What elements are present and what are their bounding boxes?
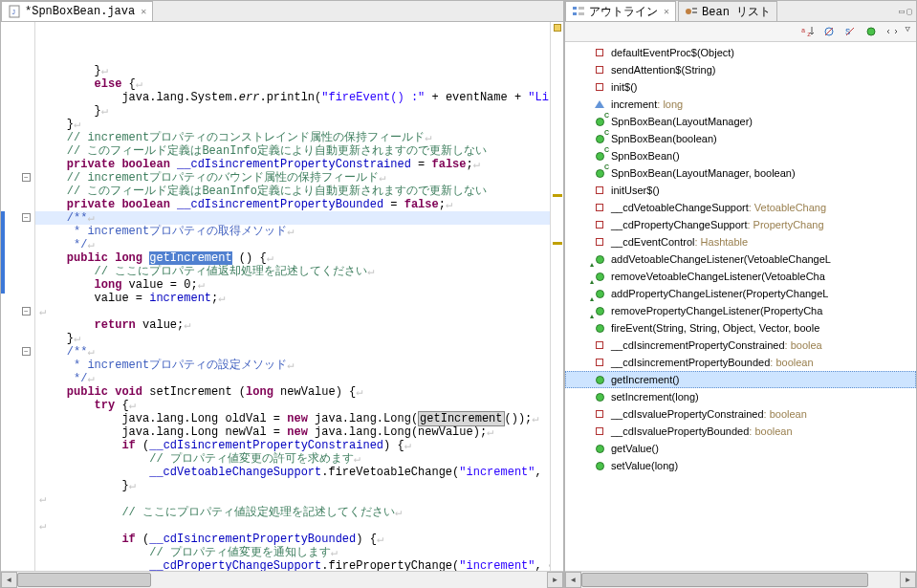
outline-tree[interactable]: defaultEventProc$(Object)sendAttention$(… <box>565 42 916 571</box>
svg-text:J: J <box>11 9 15 16</box>
outline-tab[interactable]: アウトライン ✕ <box>565 1 676 21</box>
hide-static-button[interactable]: S <box>842 24 858 39</box>
view-menu-icon[interactable]: ▽ <box>906 24 910 39</box>
outline-item-label: getValue() <box>611 443 659 454</box>
outline-item-label: SpnBoxBean(boolean) <box>611 133 717 144</box>
scroll-track[interactable] <box>17 572 547 588</box>
outline-item[interactable]: __cdIsvaluePropertyConstrained : boolean <box>565 405 916 423</box>
sort-button[interactable]: az <box>800 24 816 39</box>
outline-item-type: : PropertyChang <box>747 219 823 230</box>
outline-item[interactable]: __cdEventControl : Hashtable <box>565 233 916 250</box>
outline-tab-bar: アウトライン ✕ Bean リスト ▭ ▢ <box>565 1 916 22</box>
outline-item[interactable]: getValue() <box>565 440 916 457</box>
scroll-left-button[interactable]: ◄ <box>565 572 581 588</box>
outline-item[interactable]: __cdPropertyChangeSupport : PropertyChan… <box>565 216 916 233</box>
fold-toggle[interactable]: − <box>22 347 31 356</box>
outline-icon <box>572 5 585 18</box>
member-icon <box>592 355 607 370</box>
editor-hscrollbar[interactable]: ◄ ► <box>1 571 563 587</box>
scroll-track[interactable] <box>581 572 900 588</box>
outline-item[interactable]: __cdVetoableChangeSupport : VetoableChan… <box>565 199 916 216</box>
member-icon: C <box>592 165 607 181</box>
editor-gutter[interactable]: − − − − <box>1 22 35 571</box>
svg-rect-7 <box>692 8 697 10</box>
member-icon <box>592 458 607 473</box>
outline-item[interactable]: sendAttention$(String) <box>565 61 916 78</box>
outline-item[interactable]: CSpnBoxBean(boolean) <box>565 130 916 147</box>
outline-item[interactable]: ▴addVetoableChangeListener(VetoableChang… <box>565 250 916 268</box>
member-icon: C <box>592 114 607 129</box>
outline-item-label: __cdIsincrementPropertyConstrained <box>611 339 785 351</box>
outline-item[interactable]: __cdIsincrementPropertyBounded : boolean <box>565 354 916 371</box>
outline-item-label: initUser$() <box>611 185 660 196</box>
member-icon: ▴ <box>592 303 607 318</box>
member-icon <box>592 97 607 112</box>
outline-item[interactable]: defaultEventProc$(Object) <box>565 44 916 61</box>
scroll-thumb[interactable] <box>581 573 868 587</box>
member-icon: ▴ <box>592 269 607 284</box>
member-icon <box>592 234 607 250</box>
scroll-thumb[interactable] <box>17 573 151 587</box>
svg-point-15 <box>867 28 875 35</box>
fold-toggle[interactable]: − <box>22 213 31 222</box>
member-icon: C <box>592 131 607 146</box>
outline-item[interactable]: getIncrement() <box>565 371 916 388</box>
close-icon[interactable]: ✕ <box>141 6 146 17</box>
fold-toggle[interactable]: − <box>22 307 31 316</box>
outline-item-label: __cdIsvaluePropertyConstrained <box>611 408 764 420</box>
outline-item[interactable]: ▴removePropertyChangeListener(PropertyCh… <box>565 302 916 319</box>
member-icon: ▴ <box>592 286 607 301</box>
svg-text:a: a <box>801 27 805 34</box>
outline-item-type: : boolean <box>770 357 813 368</box>
scroll-left-button[interactable]: ◄ <box>1 572 17 588</box>
outline-item[interactable]: __cdIsvaluePropertyBounded : boolean <box>565 423 916 440</box>
outline-item[interactable]: initUser$() <box>565 182 916 199</box>
svg-rect-4 <box>579 7 584 10</box>
svg-rect-3 <box>573 12 577 15</box>
bean-list-tab-label: Bean リスト <box>702 4 771 20</box>
member-icon <box>592 62 607 77</box>
maximize-icon[interactable]: ▢ <box>906 6 912 17</box>
member-icon <box>592 441 607 456</box>
outline-item-label: SpnBoxBean(LayoutManager, boolean) <box>611 167 796 179</box>
outline-item[interactable]: __cdIsincrementPropertyConstrained : boo… <box>565 337 916 354</box>
ruler-mark[interactable] <box>553 194 562 197</box>
outline-item[interactable]: fireEvent(String, String, Object, Vector… <box>565 319 916 337</box>
hide-nonpublic-button[interactable] <box>863 24 879 39</box>
editor-tab[interactable]: J *SpnBoxBean.java ✕ <box>1 1 153 21</box>
link-with-editor-button[interactable] <box>884 24 900 39</box>
outline-item-type: : boolean <box>764 408 807 420</box>
warning-indicator <box>554 24 561 32</box>
outline-item[interactable]: setIncrement(long) <box>565 388 916 405</box>
bean-list-tab[interactable]: Bean リスト <box>678 1 777 21</box>
code-area[interactable]: }↵ else {↵ java.lang.System.err.println(… <box>35 22 550 571</box>
outline-hscrollbar[interactable]: ◄ ► <box>565 571 916 587</box>
outline-item[interactable]: ▴addPropertyChangeListener(PropertyChang… <box>565 285 916 302</box>
java-file-icon: J <box>8 5 21 18</box>
member-icon <box>592 320 607 336</box>
hide-fields-button[interactable] <box>821 24 837 39</box>
scroll-right-button[interactable]: ► <box>547 572 563 588</box>
method-range-marker <box>1 211 5 294</box>
outline-item-label: SpnBoxBean(LayoutManager) <box>611 116 753 127</box>
outline-item[interactable]: CSpnBoxBean(LayoutManager) <box>565 113 916 130</box>
outline-item-label: setValue(long) <box>611 460 678 471</box>
outline-item[interactable]: setValue(long) <box>565 457 916 474</box>
outline-item[interactable]: ▴removeVetoableChangeListener(VetoableCh… <box>565 268 916 285</box>
scroll-right-button[interactable]: ► <box>900 572 916 588</box>
ruler-mark[interactable] <box>553 242 562 245</box>
outline-item-label: __cdIsincrementPropertyBounded <box>611 357 770 368</box>
close-icon[interactable]: ✕ <box>664 6 669 17</box>
editor-tab-title: *SpnBoxBean.java <box>25 5 135 18</box>
outline-item[interactable]: increment : long <box>565 96 916 113</box>
outline-item[interactable]: CSpnBoxBean(LayoutManager, boolean) <box>565 164 916 182</box>
fold-toggle[interactable]: − <box>22 173 31 182</box>
editor-tab-bar: J *SpnBoxBean.java ✕ <box>1 1 563 22</box>
svg-point-6 <box>686 9 691 14</box>
minimize-icon[interactable]: ▭ <box>899 6 905 17</box>
overview-ruler[interactable] <box>550 22 563 571</box>
outline-item[interactable]: init$() <box>565 78 916 96</box>
svg-rect-5 <box>579 12 584 15</box>
outline-item[interactable]: CSpnBoxBean() <box>565 147 916 164</box>
source-code[interactable]: }↵ else {↵ java.lang.System.err.println(… <box>39 64 550 571</box>
